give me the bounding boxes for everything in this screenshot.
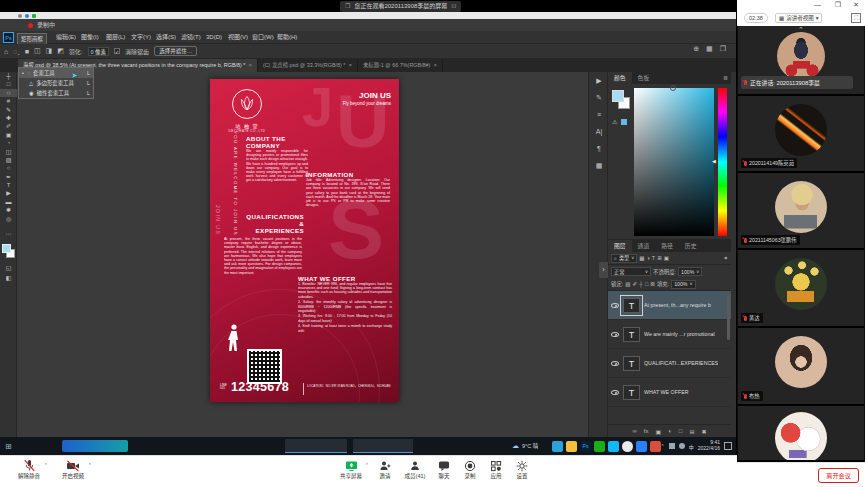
record-button[interactable]: 录制 (458, 459, 482, 480)
text-layer-thumbnail[interactable]: T (623, 356, 640, 371)
start-button[interactable]: ⊞ (5, 442, 12, 451)
layer-style-icon[interactable]: fx (644, 428, 649, 434)
quick-mask-icon[interactable]: ◱ (0, 264, 17, 271)
filter-pixel-icon[interactable]: ▦ (639, 255, 644, 261)
tray-chevron-icon[interactable]: ⌃ (661, 443, 665, 449)
path-select-tool[interactable]: ▶ (0, 189, 17, 197)
members-button[interactable]: 成员(41) (400, 459, 430, 480)
tab-layers[interactable]: 图层 (608, 240, 632, 252)
layer-group-icon[interactable]: □ (679, 428, 683, 434)
zoom-tool[interactable]: ◎ (0, 215, 17, 223)
link-layers-icon[interactable]: ∞ (633, 428, 637, 434)
participant-tile-1[interactable]: ⌃ 正在讲话: 2020113908李晨 (738, 26, 864, 96)
layer-visibility-icon[interactable] (611, 303, 619, 308)
lasso-tool-preset-icon[interactable]: ◌˯ (13, 48, 20, 55)
participant-tile-3[interactable]: 20211145063张鹏伟 (738, 173, 864, 250)
filter-type-icon[interactable]: T (652, 255, 655, 261)
flyout-item-lasso[interactable]: • ◌ 套索工具 L ➤ (19, 68, 93, 78)
flyout-item-polygon-lasso[interactable]: △ 多边形套索工具 L (19, 78, 93, 88)
taskbar-active-app[interactable] (62, 440, 128, 452)
text-layer-thumbnail[interactable]: T (623, 385, 640, 400)
hue-slider-marker[interactable]: ◀ (712, 158, 716, 164)
hue-slider[interactable] (718, 88, 727, 236)
camera-options-caret[interactable]: ⌃ (88, 462, 92, 468)
panel-foreground-swatch[interactable] (612, 90, 624, 102)
start-video-button[interactable]: ⌃ 开启视频 (56, 459, 90, 480)
menu-help[interactable]: 帮助(H) (277, 31, 297, 44)
selection-mode-new-icon[interactable]: ■ (25, 48, 29, 55)
leave-meeting-button[interactable]: 离开会议 (818, 468, 859, 483)
lasso-tool[interactable]: ◌ (0, 89, 17, 97)
taskbar-app-icon-wechat[interactable] (594, 441, 605, 452)
pen-tool[interactable]: ✒ (0, 173, 17, 181)
filter-adjustment-icon[interactable]: ◑ (647, 255, 650, 261)
layer-row-1[interactable]: T At present, th...any require b (608, 291, 731, 320)
opacity-dropdown[interactable]: 100%˅ (678, 267, 702, 276)
selection-mode-add-icon[interactable]: ◫ (34, 47, 41, 55)
apps-button[interactable]: 应用 (484, 459, 508, 480)
layer-name[interactable]: WHAT WE OFFER (644, 389, 689, 395)
brush-settings-panel-icon[interactable]: ✎ (589, 89, 609, 106)
menu-window[interactable]: 窗口(W) (252, 31, 274, 44)
gamut-warning-icon[interactable]: ⚠ (612, 118, 617, 125)
layer-row-3[interactable]: T QUALIFICATI...EXPERIENCES (608, 349, 731, 378)
selection-mode-intersect-icon[interactable]: ◩ (57, 47, 64, 55)
mic-options-caret[interactable]: ⌃ (44, 462, 48, 468)
menu-layer[interactable]: 图层(L) (106, 31, 125, 44)
layer-filter-type-dropdown[interactable]: ⌕类型˅ (611, 254, 637, 263)
shape-tool[interactable]: ▬ (0, 198, 17, 206)
chat-button[interactable]: 聊天 (432, 459, 456, 480)
move-tool[interactable]: ┼ (0, 72, 17, 80)
unmute-button[interactable]: ⌃ 解除静音 (12, 459, 46, 480)
taskbar-app-icon-photoshop[interactable]: Ps (580, 441, 591, 452)
close-tab-icon[interactable]: × (433, 59, 437, 72)
taskbar-window-button[interactable] (353, 439, 413, 453)
feather-input[interactable]: 0 像素 (88, 47, 110, 56)
doc-tab-untitled[interactable]: 未标题-1 @ 66.7%(RGB/8#) × (358, 59, 443, 72)
tab-channels[interactable]: 通道 (632, 240, 656, 252)
taskbar-app-icon-explorer[interactable] (566, 441, 577, 452)
layer-row-4[interactable]: T WHAT WE OFFER (608, 378, 731, 407)
input-language-indicator[interactable]: 中 (689, 443, 694, 450)
eraser-tool[interactable]: ◫ (0, 148, 17, 156)
lock-all-icon[interactable]: ⊠ (650, 281, 655, 287)
arrange-icon[interactable]: ▦ (706, 45, 713, 53)
home-icon[interactable]: ⌂ (4, 48, 8, 55)
brush-tool[interactable]: ✐ (0, 122, 17, 130)
adjustment-layer-icon[interactable]: ◐ (668, 428, 672, 434)
layer-visibility-icon[interactable] (611, 390, 619, 395)
taskbar-app-icon-qq[interactable] (608, 441, 619, 452)
gradient-tool[interactable]: ▨ (0, 156, 17, 164)
gamut-swatch[interactable] (621, 119, 627, 125)
tray-volume-icon[interactable] (669, 443, 675, 449)
antialias-checkbox[interactable]: ✓ (114, 48, 120, 54)
dock-collapse-arrow[interactable]: › (599, 262, 608, 278)
fill-dropdown[interactable]: 100%˅ (671, 280, 695, 289)
tab-color[interactable]: 颜色 (608, 72, 632, 84)
share-options-caret[interactable]: ⌃ (365, 462, 369, 468)
ps-canvas[interactable]: J U S 咕 柚 堂 DECORATE CO.,LTD JOIN US Fly… (17, 72, 588, 437)
view-mode-button[interactable]: ▦ 演讲者视图 ▾ (775, 13, 822, 23)
blur-tool[interactable]: ○ (0, 164, 17, 172)
crop-tool[interactable]: # (0, 97, 17, 105)
layer-visibility-icon[interactable] (611, 332, 619, 337)
panel-menu-icon[interactable]: ≣ (723, 72, 731, 84)
layer-name[interactable]: QUALIFICATI...EXPERIENCES (644, 360, 718, 366)
taskbar-weather[interactable]: ☁ 9°C 晴 (512, 437, 538, 455)
menu-type[interactable]: 文字(Y) (131, 31, 151, 44)
minimize-button[interactable]: — (814, 1, 821, 8)
taskbar-app-icon-edge[interactable] (552, 441, 563, 452)
filter-smartobj-icon[interactable]: ▣ (664, 255, 669, 261)
new-layer-icon[interactable]: ⊞ (689, 428, 694, 435)
participant-tile-4[interactable]: 黄达 (738, 250, 864, 328)
selection-mode-subtract-icon[interactable]: ◨ (46, 47, 53, 55)
menu-filter[interactable]: 滤镜(T) (181, 31, 201, 44)
tab-paths[interactable]: 路径 (655, 240, 679, 252)
tray-network-icon[interactable] (679, 443, 685, 449)
layer-row-2[interactable]: T We are mainly ...r promotional (608, 320, 731, 349)
stamp-tool[interactable]: ▣ (0, 131, 17, 139)
zoom-search-icon[interactable]: ⊕ (693, 45, 699, 53)
tab-history[interactable]: 历史记录 (679, 240, 707, 252)
close-tab-icon[interactable]: × (248, 59, 252, 72)
saturation-marker[interactable] (670, 85, 676, 91)
